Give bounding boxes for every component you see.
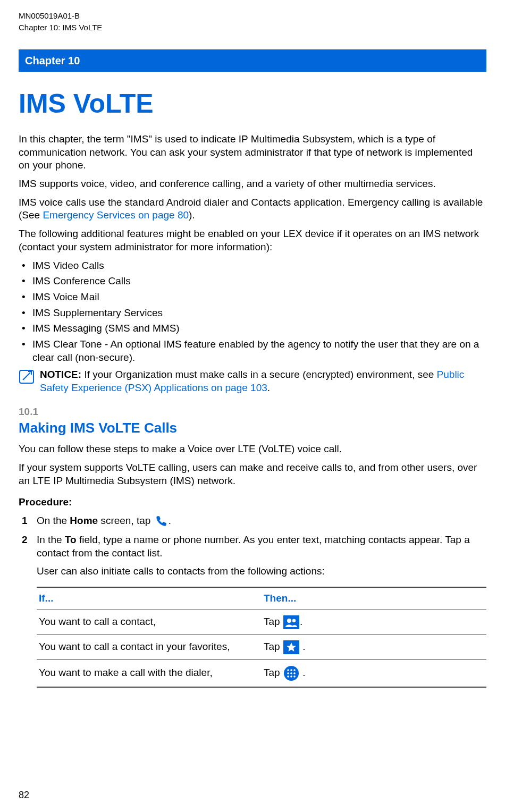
document-page: MN005019A01-B Chapter 10: IMS VoLTE Chap… — [0, 0, 505, 812]
svg-point-6 — [287, 669, 289, 671]
intro-paragraph: The following additional features might … — [19, 227, 486, 253]
text: . — [267, 382, 270, 393]
list-item: IMS Conference Calls — [19, 275, 486, 288]
text: screen, tap — [98, 515, 154, 526]
table-cell-if: You want to call a contact, — [37, 610, 262, 635]
feature-list: IMS Video Calls IMS Conference Calls IMS… — [19, 259, 486, 365]
list-item: IMS Voice Mail — [19, 291, 486, 304]
intro-paragraph: In this chapter, the term "IMS" is used … — [19, 133, 486, 172]
text-bold: To — [65, 534, 77, 545]
procedure-step: In the To field, type a name or phone nu… — [19, 534, 486, 688]
text: In the — [37, 534, 65, 545]
section-paragraph: You can follow these steps to make a Voi… — [19, 443, 486, 456]
section-title: Making IMS VoLTE Calls — [19, 419, 486, 437]
section-paragraph: If your system supports VoLTE calling, u… — [19, 461, 486, 487]
doc-id: MN005019A01-B — [19, 11, 486, 21]
table-cell-if: You want to call a contact in your favor… — [37, 635, 262, 659]
svg-point-13 — [290, 675, 292, 678]
svg-point-7 — [290, 669, 292, 671]
table-cell-if: You want to make a call with the dialer, — [37, 659, 262, 687]
list-item: IMS Clear Tone - An optional IMS feature… — [19, 338, 486, 364]
text: Tap — [264, 667, 283, 678]
table-cell-then: Tap . — [262, 635, 486, 659]
link-emergency-services[interactable]: Emergency Services on page 80 — [43, 209, 189, 221]
text: Tap — [264, 641, 283, 652]
notice-label: NOTICE: — [40, 369, 81, 380]
intro-paragraph: IMS voice calls use the standard Android… — [19, 196, 486, 222]
chapter-bar: Chapter 10 — [19, 49, 486, 72]
text: . — [300, 641, 306, 652]
text: . — [300, 667, 306, 678]
svg-point-11 — [293, 672, 296, 674]
notice-icon — [19, 369, 35, 384]
svg-point-8 — [293, 669, 296, 671]
list-item: IMS Supplementary Services — [19, 307, 486, 320]
table-header-if: If... — [37, 587, 262, 610]
breadcrumb: Chapter 10: IMS VoLTE — [19, 22, 486, 33]
procedure-list: On the Home screen, tap . In the To fiel… — [19, 514, 486, 688]
svg-point-2 — [287, 619, 291, 623]
text: ). — [189, 209, 195, 221]
notice-text: NOTICE: If your Organization must make c… — [40, 368, 486, 394]
list-item: IMS Messaging (SMS and MMS) — [19, 322, 486, 335]
star-icon — [283, 640, 299, 654]
svg-rect-1 — [283, 615, 299, 629]
text: Tap — [264, 616, 283, 627]
contacts-icon — [283, 615, 299, 629]
svg-point-14 — [293, 675, 296, 678]
table-header-then: Then... — [262, 587, 486, 610]
chapter-title: IMS VoLTE — [19, 87, 486, 121]
procedure-label: Procedure: — [19, 496, 486, 509]
text: . — [300, 616, 302, 627]
table-row: You want to make a call with the dialer,… — [37, 659, 486, 687]
text: field, type a name or phone number. As y… — [37, 534, 470, 559]
list-item: IMS Video Calls — [19, 259, 486, 273]
text: User can also initiate calls to contacts… — [37, 565, 486, 578]
svg-point-3 — [292, 619, 296, 622]
procedure-step: On the Home screen, tap . — [19, 514, 486, 528]
section-number: 10.1 — [19, 405, 486, 419]
dialpad-icon — [283, 665, 299, 681]
svg-point-10 — [290, 672, 292, 674]
table-row: You want to call a contact in your favor… — [37, 635, 486, 659]
notice-block: NOTICE: If your Organization must make c… — [19, 368, 486, 394]
text: On the — [37, 515, 70, 526]
svg-point-9 — [287, 672, 289, 674]
if-then-table: If... Then... You want to call a contact… — [37, 587, 486, 688]
table-row: You want to call a contact, Tap — [37, 610, 486, 635]
text-bold: Home — [70, 515, 98, 526]
text: . — [169, 515, 171, 526]
page-number: 82 — [19, 789, 29, 801]
intro-paragraph: IMS supports voice, video, and conferenc… — [19, 177, 486, 191]
phone-icon — [154, 514, 168, 528]
svg-point-12 — [287, 675, 289, 678]
text: If your Organization must make calls in … — [81, 369, 436, 380]
table-cell-then: Tap . — [262, 610, 486, 635]
table-cell-then: Tap — [262, 659, 486, 687]
